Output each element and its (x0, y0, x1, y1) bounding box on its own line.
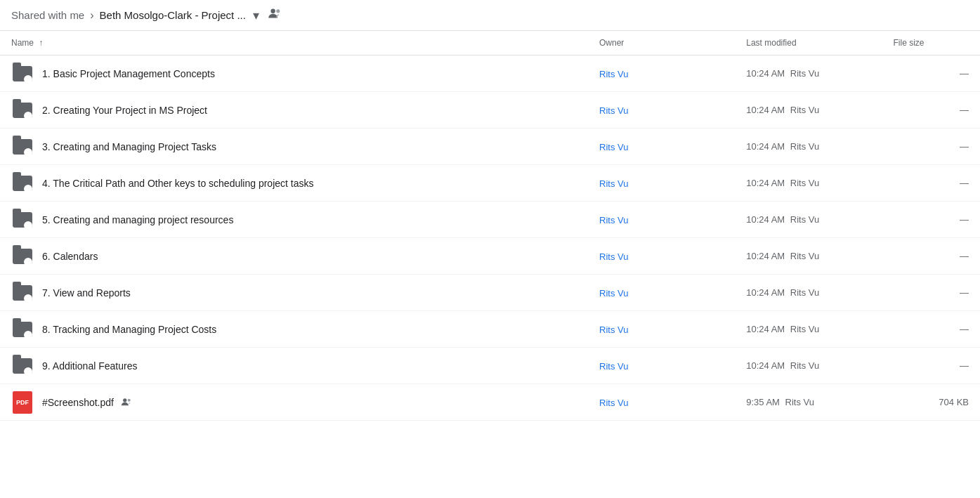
owner-link[interactable]: Rits Vu (599, 215, 628, 225)
modified-user: Rits Vu (790, 324, 819, 334)
modified-user: Rits Vu (790, 287, 819, 298)
modified-user: Rits Vu (785, 397, 814, 407)
owner-cell: Rits Vu (588, 55, 735, 92)
modified-time: 10:24 AM (746, 141, 785, 152)
name-cell: 6. Calendars (0, 238, 588, 275)
svg-point-12 (128, 398, 131, 401)
file-name: 3. Creating and Managing Project Tasks (42, 141, 216, 152)
modified-cell: 10:24 AM Rits Vu (735, 165, 882, 202)
file-name: 9. Additional Features (42, 360, 137, 372)
owner-cell: Rits Vu (588, 311, 735, 348)
filesize-cell: — (882, 238, 981, 275)
table-row[interactable]: 7. View and Reports Rits Vu 10:24 AM Rit… (0, 275, 980, 311)
modified-cell: 9:35 AM Rits Vu (735, 384, 882, 421)
sort-icon: ↑ (39, 38, 43, 48)
svg-point-11 (123, 398, 126, 402)
table-row[interactable]: 4. The Critical Path and Other keys to s… (0, 165, 980, 202)
name-cell: PDF #Screenshot.pdf (0, 384, 588, 421)
svg-point-8 (27, 296, 30, 299)
column-header-owner: Owner (588, 31, 735, 55)
modified-cell: 10:24 AM Rits Vu (735, 129, 882, 165)
filesize-value: — (960, 251, 969, 261)
filesize-cell: — (882, 92, 981, 129)
owner-link[interactable]: Rits Vu (599, 398, 628, 408)
pdf-icon: PDF (11, 391, 34, 414)
filesize-cell: — (882, 348, 981, 384)
modified-cell: 10:24 AM Rits Vu (735, 311, 882, 348)
filesize-value: 704 KB (939, 397, 969, 407)
owner-link[interactable]: Rits Vu (599, 288, 628, 299)
svg-point-2 (27, 77, 30, 79)
modified-cell: 10:24 AM Rits Vu (735, 55, 882, 92)
filesize-cell: — (882, 165, 981, 202)
table-row[interactable]: 2. Creating Your Project in MS Project R… (0, 92, 980, 129)
name-cell: 5. Creating and managing project resourc… (0, 202, 588, 238)
modified-user: Rits Vu (790, 141, 819, 152)
table-row[interactable]: 3. Creating and Managing Project Tasks R… (0, 129, 980, 165)
name-cell: 4. The Critical Path and Other keys to s… (0, 165, 588, 202)
owner-link[interactable]: Rits Vu (599, 142, 628, 152)
breadcrumb-people-icon[interactable] (268, 8, 282, 22)
modified-user: Rits Vu (790, 214, 819, 225)
folder-shared-icon (11, 318, 34, 341)
column-header-modified: Last modified (735, 31, 882, 55)
owner-link[interactable]: Rits Vu (599, 105, 628, 116)
table-row[interactable]: 8. Tracking and Managing Project Costs R… (0, 311, 980, 348)
breadcrumb-dropdown-icon[interactable]: ▾ (253, 8, 259, 23)
svg-point-0 (270, 9, 275, 13)
name-cell: 8. Tracking and Managing Project Costs (0, 311, 588, 348)
filesize-value: — (960, 324, 969, 334)
modified-user: Rits Vu (790, 68, 819, 79)
modified-time: 10:24 AM (746, 324, 785, 334)
folder-shared-icon (11, 209, 34, 231)
column-header-name[interactable]: Name ↑ (0, 31, 588, 55)
folder-shared-icon (11, 99, 34, 122)
name-cell: 1. Basic Project Management Concepts (0, 55, 588, 92)
table-row[interactable]: 5. Creating and managing project resourc… (0, 202, 980, 238)
name-cell: 3. Creating and Managing Project Tasks (0, 129, 588, 165)
folder-shared-icon (11, 355, 34, 377)
modified-user: Rits Vu (790, 360, 819, 371)
modified-time: 9:35 AM (746, 397, 780, 407)
breadcrumb-current-folder: Beth Mosolgo-Clark - Project ... (100, 9, 246, 21)
name-cell: 9. Additional Features (0, 348, 588, 384)
breadcrumb-shared-link[interactable]: Shared with me (11, 9, 84, 21)
owner-cell: Rits Vu (588, 348, 735, 384)
table-row[interactable]: 6. Calendars Rits Vu 10:24 AM Rits Vu — (0, 238, 980, 275)
svg-point-7 (27, 259, 30, 262)
modified-time: 10:24 AM (746, 105, 785, 115)
svg-point-3 (27, 113, 30, 116)
file-name: 5. Creating and managing project resourc… (42, 214, 233, 225)
filesize-cell: — (882, 55, 981, 92)
shared-icon (118, 397, 132, 408)
owner-link[interactable]: Rits Vu (599, 251, 628, 262)
svg-point-5 (27, 186, 30, 189)
file-name: #Screenshot.pdf (42, 397, 132, 408)
table-row[interactable]: 9. Additional Features Rits Vu 10:24 AM … (0, 348, 980, 384)
owner-link[interactable]: Rits Vu (599, 69, 628, 79)
name-cell: 7. View and Reports (0, 275, 588, 311)
owner-link[interactable]: Rits Vu (599, 178, 628, 189)
folder-shared-icon (11, 172, 34, 195)
owner-cell: Rits Vu (588, 384, 735, 421)
file-name: 7. View and Reports (42, 287, 131, 299)
owner-link[interactable]: Rits Vu (599, 361, 628, 372)
modified-cell: 10:24 AM Rits Vu (735, 275, 882, 311)
modified-time: 10:24 AM (746, 251, 785, 261)
table-row[interactable]: PDF #Screenshot.pdf Rits Vu 9:35 AM Rits… (0, 384, 980, 421)
modified-time: 10:24 AM (746, 214, 785, 225)
name-cell: 2. Creating Your Project in MS Project (0, 92, 588, 129)
file-name: 6. Calendars (42, 251, 98, 262)
owner-cell: Rits Vu (588, 202, 735, 238)
filesize-value: — (960, 141, 969, 152)
svg-point-10 (27, 369, 30, 372)
file-table: Name ↑ Owner Last modified File size (0, 31, 980, 421)
svg-point-1 (276, 9, 280, 13)
table-row[interactable]: 1. Basic Project Management Concepts Rit… (0, 55, 980, 92)
modified-cell: 10:24 AM Rits Vu (735, 202, 882, 238)
modified-time: 10:24 AM (746, 287, 785, 298)
modified-time: 10:24 AM (746, 68, 785, 79)
modified-cell: 10:24 AM Rits Vu (735, 238, 882, 275)
owner-link[interactable]: Rits Vu (599, 325, 628, 335)
svg-point-9 (27, 332, 30, 335)
